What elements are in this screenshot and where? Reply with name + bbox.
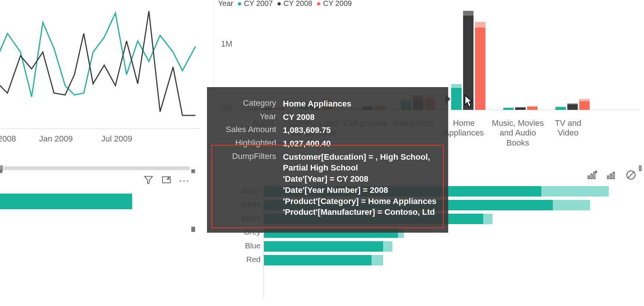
more-options-icon[interactable]: ··· — [179, 178, 190, 182]
tooltip-label: Category — [217, 98, 283, 109]
hbar-label: Red — [223, 255, 261, 264]
resize-handle[interactable] — [0, 169, 2, 173]
visual-tile-selected[interactable]: ··· — [0, 170, 194, 286]
hbar-row[interactable]: Red — [223, 255, 640, 266]
resize-handle[interactable] — [191, 169, 195, 173]
bar[interactable] — [515, 107, 526, 110]
tooltip-label: DumpFilters — [217, 152, 283, 218]
svg-rect-6 — [610, 174, 612, 179]
drill-down-icon[interactable] — [587, 169, 598, 181]
tooltip-row: DumpFiltersCustomer[Education] = , High … — [217, 152, 439, 218]
hbar-bar[interactable] — [264, 241, 392, 252]
focus-mode-icon[interactable] — [161, 175, 172, 187]
tooltip: CategoryHome AppliancesYearCY 2008Sales … — [207, 87, 448, 233]
tooltip-row: YearCY 2008 — [217, 112, 439, 123]
svg-rect-4 — [594, 172, 595, 179]
x-tick: Jul 2009 — [101, 134, 132, 144]
horizontal-bar-segment[interactable] — [0, 194, 132, 209]
tooltip-value: 1,083,609.75 — [283, 125, 439, 136]
drill-up-icon[interactable] — [606, 169, 617, 181]
x-tick: Jan 2009 — [39, 134, 73, 144]
visual-header-icons — [587, 169, 637, 181]
tooltip-row: Highlighted1,027,400.40 — [217, 138, 439, 149]
svg-rect-2 — [588, 176, 590, 179]
category-label: TV and Video — [548, 118, 589, 138]
tooltip-label: Sales Amount — [217, 125, 283, 136]
resize-handle[interactable] — [191, 227, 195, 232]
line-chart-sales-over-time[interactable]: 2008 Jan 2009 Jul 2009 — [0, 0, 201, 164]
hbar-label: Blue — [223, 241, 261, 250]
tooltip-row: CategoryHome Appliances — [217, 98, 439, 109]
svg-rect-3 — [591, 174, 592, 179]
tooltip-row: Sales Amount1,083,609.75 — [217, 125, 439, 136]
svg-line-9 — [628, 172, 634, 178]
tooltip-value: CY 2008 — [283, 112, 439, 123]
hbar-row[interactable]: Blue — [223, 241, 640, 252]
tooltip-label: Year — [217, 112, 283, 123]
svg-rect-5 — [608, 176, 609, 179]
bar[interactable] — [527, 106, 538, 110]
bar[interactable] — [579, 99, 590, 110]
svg-rect-7 — [613, 172, 615, 179]
bar[interactable] — [503, 108, 514, 110]
tooltip-label: Highlighted — [217, 138, 283, 149]
mouse-cursor-icon — [464, 95, 474, 108]
bar[interactable] — [555, 106, 566, 110]
category-label: Music, Movies and Audio Books — [488, 118, 548, 148]
bar[interactable] — [475, 22, 485, 110]
hbar-bar[interactable] — [264, 255, 383, 265]
filter-icon[interactable] — [143, 175, 154, 187]
y-tick: 1M — [217, 39, 232, 49]
tooltip-value: Customer[Education] = , High School, Par… — [283, 152, 439, 218]
x-tick: 2008 — [0, 134, 16, 144]
tooltip-value: Home Appliances — [283, 98, 439, 109]
disabled-icon[interactable] — [625, 169, 637, 181]
bar[interactable] — [567, 103, 578, 110]
tooltip-value: 1,027,400.40 — [283, 138, 439, 149]
